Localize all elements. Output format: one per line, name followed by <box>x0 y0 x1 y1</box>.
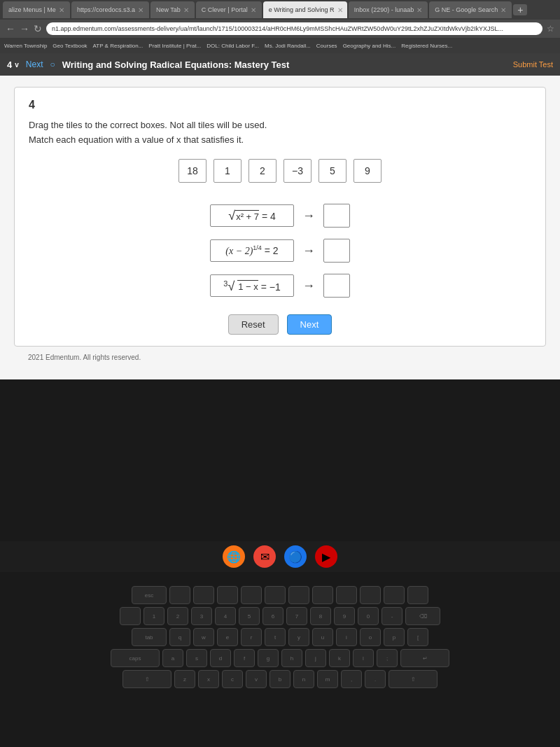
tab-alize[interactable]: alize Menus | Me ✕ <box>3 1 70 18</box>
key-5[interactable]: 5 <box>239 607 260 625</box>
bookmark-pratt[interactable]: Pratt Institute | Prat... <box>148 43 201 49</box>
key-esc[interactable]: esc <box>132 586 167 604</box>
tab-close-icon[interactable]: ✕ <box>500 6 506 14</box>
submit-test-button[interactable]: Submit Test <box>513 60 553 69</box>
key-comma[interactable]: , <box>341 670 362 688</box>
key-p[interactable]: p <box>384 628 405 646</box>
key-bracket[interactable]: [ <box>407 628 428 646</box>
tab-close-icon[interactable]: ✕ <box>416 6 422 14</box>
tile-neg3[interactable]: −3 <box>284 159 312 183</box>
tab-close-icon[interactable]: ✕ <box>183 6 189 14</box>
key-a[interactable]: a <box>162 649 183 667</box>
tab-writing-active[interactable]: e Writing and Solving R ✕ <box>263 1 347 18</box>
key-c[interactable]: c <box>222 670 243 688</box>
key-h[interactable]: h <box>281 649 302 667</box>
key-4[interactable]: 4 <box>215 607 236 625</box>
key-f1[interactable] <box>169 586 190 604</box>
taskbar-icon-mail[interactable]: ✉ <box>253 545 276 568</box>
taskbar-icon-video[interactable]: ▶ <box>315 545 337 568</box>
key-f4[interactable] <box>241 586 262 604</box>
tab-close-icon[interactable]: ✕ <box>59 6 64 14</box>
bookmark-geo[interactable]: Geo Textbook <box>52 43 87 49</box>
key-f[interactable]: f <box>234 649 255 667</box>
back-button[interactable]: ← <box>6 23 15 34</box>
key-f11[interactable] <box>407 586 428 604</box>
tab-coredocs[interactable]: https://coredocs.s3.a ✕ <box>71 1 149 18</box>
key-backspace[interactable]: ⌫ <box>405 607 440 625</box>
key-shift-right[interactable]: ⇧ <box>388 670 438 688</box>
key-o[interactable]: o <box>360 628 381 646</box>
drop-box-1[interactable] <box>323 204 350 228</box>
key-semi[interactable]: ; <box>377 649 398 667</box>
key-f6[interactable] <box>288 586 309 604</box>
key-q[interactable]: q <box>169 628 190 646</box>
key-j[interactable]: j <box>305 649 326 667</box>
key-enter[interactable]: ↵ <box>400 649 449 667</box>
key-v[interactable]: v <box>246 670 267 688</box>
tile-18[interactable]: 18 <box>178 159 206 183</box>
tab-google[interactable]: G NE - Google Search ✕ <box>429 1 512 18</box>
key-f9[interactable] <box>360 586 381 604</box>
key-shift-left[interactable]: ⇧ <box>122 670 172 688</box>
key-f8[interactable] <box>336 586 357 604</box>
tab-inbox[interactable]: Inbox (2290) - lunaab ✕ <box>349 1 428 18</box>
new-tab-button[interactable]: + <box>513 4 527 15</box>
key-l[interactable]: l <box>353 649 374 667</box>
reset-button[interactable]: Reset <box>228 314 279 335</box>
key-6[interactable]: 6 <box>262 607 284 625</box>
key-y[interactable]: y <box>288 628 309 646</box>
key-k[interactable]: k <box>329 649 350 667</box>
key-8[interactable]: 8 <box>310 607 331 625</box>
taskbar-icon-app[interactable]: 🔵 <box>284 545 307 568</box>
taskbar-icon-browser[interactable]: 🌐 <box>223 545 245 568</box>
key-u[interactable]: u <box>312 628 333 646</box>
key-f7[interactable] <box>312 586 333 604</box>
key-b[interactable]: b <box>270 670 290 688</box>
tile-9[interactable]: 9 <box>354 159 382 183</box>
refresh-button[interactable]: ↻ <box>34 23 42 34</box>
tab-newtab[interactable]: New Tab ✕ <box>150 1 195 18</box>
tab-close-icon[interactable]: ✕ <box>251 6 256 14</box>
address-input[interactable] <box>46 22 542 35</box>
key-r[interactable]: r <box>241 628 262 646</box>
key-tab[interactable]: tab <box>132 628 167 646</box>
key-f3[interactable] <box>217 586 238 604</box>
key-w[interactable]: w <box>193 628 214 646</box>
key-minus[interactable]: - <box>382 607 402 625</box>
key-0[interactable]: 0 <box>358 607 379 625</box>
tab-clever[interactable]: C Clever | Portal ✕ <box>196 1 262 18</box>
key-period[interactable]: . <box>365 670 386 688</box>
tile-5[interactable]: 5 <box>318 159 346 183</box>
key-m[interactable]: m <box>317 670 338 688</box>
key-tilde[interactable] <box>120 607 141 625</box>
key-9[interactable]: 9 <box>334 607 355 625</box>
bookmark-geography[interactable]: Geography and His... <box>343 43 396 49</box>
key-t[interactable]: t <box>265 628 286 646</box>
key-d[interactable]: d <box>210 649 231 667</box>
key-2[interactable]: 2 <box>167 607 188 625</box>
bookmark-courses[interactable]: Courses <box>316 43 337 49</box>
next-nav-button[interactable]: Next <box>26 60 43 69</box>
key-z[interactable]: z <box>174 670 195 688</box>
next-button[interactable]: Next <box>287 314 332 335</box>
tile-1[interactable]: 1 <box>214 159 241 183</box>
key-1[interactable]: 1 <box>144 607 164 625</box>
key-f2[interactable] <box>193 586 214 604</box>
key-s[interactable]: s <box>186 649 207 667</box>
bookmark-dol[interactable]: DOL: Child Labor F... <box>206 43 259 49</box>
key-i[interactable]: i <box>336 628 357 646</box>
bookmark-atp[interactable]: ATP & Respiration... <box>93 43 144 49</box>
key-f10[interactable] <box>384 586 405 604</box>
key-caps[interactable]: caps <box>111 649 160 667</box>
key-7[interactable]: 7 <box>286 607 307 625</box>
bookmark-jodi[interactable]: Ms. Jodi Randall... <box>265 43 311 49</box>
tab-close-icon[interactable]: ✕ <box>138 6 144 14</box>
key-3[interactable]: 3 <box>191 607 212 625</box>
bookmark-nurses[interactable]: Registered Nurses... <box>401 43 452 49</box>
key-n[interactable]: n <box>293 670 314 688</box>
drop-box-3[interactable] <box>323 274 350 298</box>
bookmark-warren[interactable]: Warren Township <box>4 43 47 49</box>
key-e[interactable]: e <box>217 628 238 646</box>
drop-box-2[interactable] <box>323 239 350 263</box>
key-f5[interactable] <box>265 586 286 604</box>
